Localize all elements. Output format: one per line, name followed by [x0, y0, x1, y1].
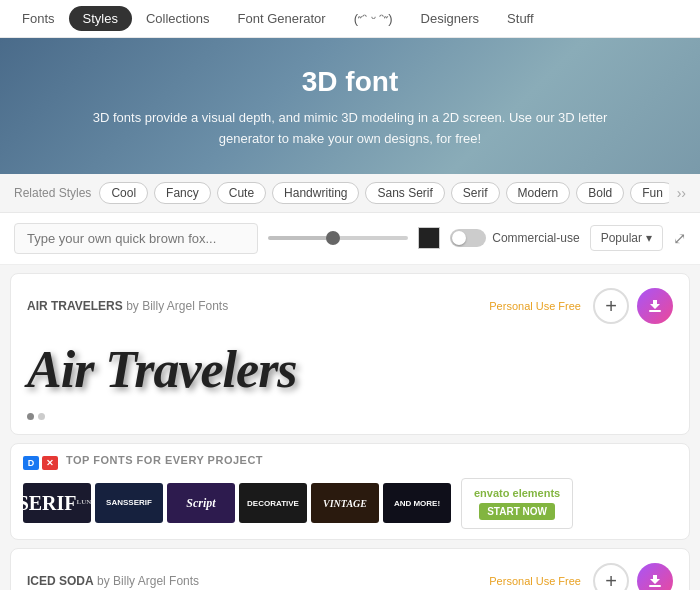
ad-thumb-sans[interactable]: SANSSERIF: [95, 483, 163, 523]
nav-item-generator[interactable]: Font Generator: [224, 3, 340, 34]
commercial-toggle[interactable]: [450, 229, 486, 247]
commercial-toggle-container: Commercial-use: [450, 229, 579, 247]
add-to-collection-button-2[interactable]: +: [593, 563, 629, 590]
sort-button[interactable]: Popular ▾: [590, 225, 663, 251]
search-input[interactable]: [14, 223, 258, 254]
ad-top-label: TOP FONTS FOR EVERY PROJECT: [66, 454, 263, 466]
svg-rect-1: [649, 585, 661, 587]
font-card-header-right-2: Personal Use Free +: [489, 563, 673, 590]
envato-box: envato elements START NOW: [461, 478, 573, 529]
tag-modern[interactable]: Modern: [506, 182, 571, 204]
tag-fun[interactable]: Fun: [630, 182, 668, 204]
search-toolbar: Commercial-use Popular ▾ ⤢: [0, 213, 700, 265]
tag-fancy[interactable]: Fancy: [154, 182, 211, 204]
pagination-dots: [27, 413, 673, 420]
font-author-info-2: ICED SODA by Billy Argel Fonts: [27, 574, 199, 588]
nav-item-styles[interactable]: Styles: [69, 6, 132, 31]
envato-cta-button[interactable]: START NOW: [479, 503, 555, 520]
ad-banner: D ✕ TOP FONTS FOR EVERY PROJECT SERIFLUN…: [10, 443, 690, 540]
download-button-2[interactable]: [637, 563, 673, 590]
tag-handwriting[interactable]: Handwriting: [272, 182, 359, 204]
font-card-air-travelers: AIR TRAVELERS by Billy Argel Fonts Perso…: [10, 273, 690, 435]
hero-description: 3D fonts provide a visual depth, and mim…: [70, 108, 630, 150]
share-icon[interactable]: ⤢: [673, 229, 686, 248]
font-author-name-2: Billy Argel Fonts: [113, 574, 199, 588]
font-card-iced-soda: ICED SODA by Billy Argel Fonts Personal …: [10, 548, 690, 590]
nav-item-stuff[interactable]: Stuff: [493, 3, 548, 34]
envato-logo: envato elements: [474, 487, 560, 499]
hero-title: 3D font: [20, 66, 680, 98]
ad-icon-d-blue: D: [23, 456, 39, 470]
related-tags-list: Cool Fancy Cute Handwriting Sans Serif S…: [99, 182, 668, 204]
nav-item-designers[interactable]: Designers: [407, 3, 494, 34]
font-size-slider[interactable]: [268, 236, 408, 240]
ad-icon-d-red: ✕: [42, 456, 58, 470]
commercial-label: Commercial-use: [492, 231, 579, 245]
font-actions-2: +: [593, 563, 673, 590]
font-author-name: Billy Argel Fonts: [142, 299, 228, 313]
related-styles-bar: Related Styles Cool Fancy Cute Handwriti…: [0, 174, 700, 213]
ad-thumb-script[interactable]: Script: [167, 483, 235, 523]
font-license-2: Personal Use Free: [489, 575, 581, 587]
download-icon: [647, 298, 663, 314]
ad-thumb-more[interactable]: AND MORE!: [383, 483, 451, 523]
tag-serif[interactable]: Serif: [451, 182, 500, 204]
dot-2[interactable]: [38, 413, 45, 420]
ad-thumb-vintage[interactable]: VINTAGE: [311, 483, 379, 523]
related-label: Related Styles: [14, 186, 91, 200]
font-name: AIR TRAVELERS: [27, 299, 123, 313]
slider-container: [268, 236, 408, 240]
font-preview-text: Air Travelers: [27, 340, 297, 399]
nav-item-emoji[interactable]: (˶ᵔ ᵕ ᵔ˶): [340, 3, 407, 35]
font-card-header-2: ICED SODA by Billy Argel Fonts Personal …: [27, 563, 673, 590]
ad-meta-icons: D ✕: [23, 456, 58, 470]
toggle-knob: [452, 231, 466, 245]
font-actions: +: [593, 288, 673, 324]
dot-1[interactable]: [27, 413, 34, 420]
svg-rect-0: [649, 310, 661, 312]
font-name-2: ICED SODA: [27, 574, 94, 588]
font-card-header-right: Personal Use Free +: [489, 288, 673, 324]
color-swatch[interactable]: [418, 227, 440, 249]
font-preview-area: Air Travelers: [27, 332, 673, 407]
related-arrow-icon[interactable]: ››: [677, 185, 686, 201]
nav-item-fonts[interactable]: Fonts: [8, 3, 69, 34]
download-icon-2: [647, 573, 663, 589]
download-button[interactable]: [637, 288, 673, 324]
font-license: Personal Use Free: [489, 300, 581, 312]
nav-item-collections[interactable]: Collections: [132, 3, 224, 34]
ad-top: D ✕ TOP FONTS FOR EVERY PROJECT: [23, 454, 677, 472]
top-navigation: Fonts Styles Collections Font Generator …: [0, 0, 700, 38]
tag-sans-serif[interactable]: Sans Serif: [365, 182, 444, 204]
ad-thumb-serif[interactable]: SERIFLUNA: [23, 483, 91, 523]
ad-thumb-decorative[interactable]: DECORATIVE: [239, 483, 307, 523]
hero-section: 3D font 3D fonts provide a visual depth,…: [0, 38, 700, 174]
font-card-header: AIR TRAVELERS by Billy Argel Fonts Perso…: [27, 288, 673, 324]
tag-cool[interactable]: Cool: [99, 182, 148, 204]
ad-inner: D ✕ TOP FONTS FOR EVERY PROJECT SERIFLUN…: [23, 454, 677, 529]
add-to-collection-button[interactable]: +: [593, 288, 629, 324]
tag-bold[interactable]: Bold: [576, 182, 624, 204]
font-author-info: AIR TRAVELERS by Billy Argel Fonts: [27, 299, 228, 313]
ad-thumbnails: SERIFLUNA SANSSERIF Script DECORATIVE VI…: [23, 478, 677, 529]
tag-cute[interactable]: Cute: [217, 182, 266, 204]
